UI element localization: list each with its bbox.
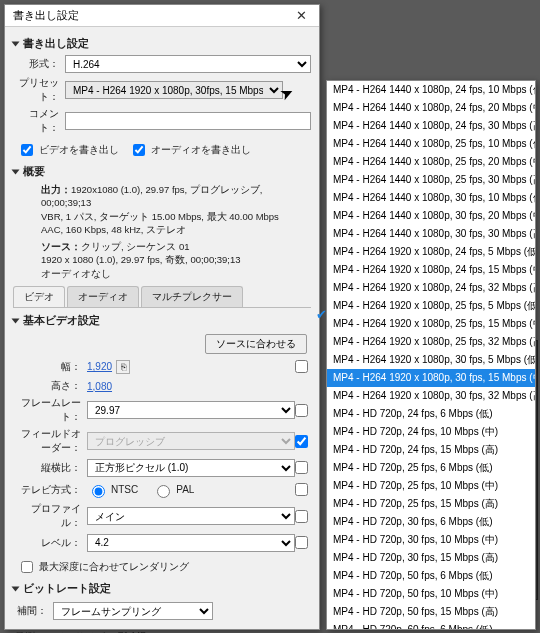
section-label: 概要 [23, 165, 45, 179]
check-icon: ✔ [316, 307, 330, 321]
preset-option[interactable]: MP4 - H264 1920 x 1080p, 25 fps, 32 Mbps… [327, 333, 535, 351]
export-video-checkbox[interactable]: ビデオを書き出し [17, 141, 119, 159]
tv-ntsc-radio[interactable]: NTSC [87, 482, 138, 498]
preset-option[interactable]: MP4 - H264 1920 x 1080p, 24 fps, 5 Mbps … [327, 243, 535, 261]
preset-option[interactable]: MP4 - H264 1920 x 1080p, 24 fps, 32 Mbps… [327, 279, 535, 297]
preset-option[interactable]: MP4 - HD 720p, 50 fps, 6 Mbps (低) [327, 567, 535, 585]
tv-pal-radio[interactable]: PAL [152, 482, 194, 498]
level-label: レベル： [13, 536, 87, 550]
framerate-label: フレームレート： [13, 396, 87, 424]
framerate-select[interactable]: 29.97 [87, 401, 295, 419]
width-label: 幅： [13, 360, 87, 374]
preset-option[interactable]: MP4 - HD 720p, 25 fps, 10 Mbps (中) [327, 477, 535, 495]
preset-option[interactable]: MP4 - H264 1920 x 1080p, 30 fps, 5 Mbps … [327, 351, 535, 369]
close-button[interactable]: ✕ [287, 7, 315, 25]
framerate-lock-checkbox[interactable] [295, 404, 308, 417]
comment-input[interactable] [65, 112, 311, 130]
tv-lock-checkbox[interactable] [295, 483, 308, 496]
preset-option[interactable]: MP4 - HD 720p, 50 fps, 15 Mbps (高) [327, 603, 535, 621]
format-select[interactable]: H.264 [65, 55, 311, 73]
preset-option[interactable]: MP4 - HD 720p, 30 fps, 6 Mbps (低) [327, 513, 535, 531]
chevron-down-icon [12, 319, 20, 324]
preset-option[interactable]: MP4 - H264 1440 x 1080p, 24 fps, 10 Mbps… [327, 81, 535, 99]
comment-label: コメント： [13, 107, 65, 135]
preset-option[interactable]: MP4 - H264 1440 x 1080p, 30 fps, 20 Mbps… [327, 207, 535, 225]
preset-option[interactable]: MP4 - H264 1440 x 1080p, 24 fps, 30 Mbps… [327, 117, 535, 135]
section-basic-video[interactable]: 基本ビデオ設定 [13, 314, 311, 328]
profile-lock-checkbox[interactable] [295, 510, 308, 523]
export-settings-dialog: 書き出し設定 ✕ 書き出し設定 形式： H.264 プリセット： MP4 - H… [4, 4, 320, 630]
level-select[interactable]: 4.2 [87, 534, 295, 552]
preset-label: プリセット： [13, 76, 65, 104]
interp-select[interactable]: フレームサンプリング [53, 602, 213, 620]
chevron-down-icon [12, 170, 20, 175]
match-source-button[interactable]: ソースに合わせる [205, 334, 307, 354]
preset-option[interactable]: MP4 - HD 720p, 24 fps, 15 Mbps (高) [327, 441, 535, 459]
tab-video[interactable]: ビデオ [13, 286, 65, 307]
width-value[interactable]: 1,920 [87, 361, 112, 372]
preset-option[interactable]: MP4 - H264 1440 x 1080p, 25 fps, 20 Mbps… [327, 153, 535, 171]
preset-option[interactable]: MP4 - H264 1440 x 1080p, 25 fps, 30 Mbps… [327, 171, 535, 189]
height-label: 高さ： [13, 379, 87, 393]
width-lock-checkbox[interactable] [295, 360, 308, 373]
aspect-label: 縦横比： [13, 461, 87, 475]
aspect-select[interactable]: 正方形ピクセル (1.0) [87, 459, 295, 477]
fieldorder-lock-checkbox[interactable] [295, 435, 308, 448]
summary-block: 出力：1920x1080 (1.0), 29.97 fps, プログレッシブ, … [13, 183, 311, 280]
preset-option[interactable]: MP4 - HD 720p, 25 fps, 6 Mbps (低) [327, 459, 535, 477]
preset-option[interactable]: MP4 - HD 720p, 50 fps, 10 Mbps (中) [327, 585, 535, 603]
chevron-down-icon [12, 42, 20, 47]
tv-label: テレビ方式： [13, 483, 87, 497]
interp-label: 補間： [13, 604, 53, 618]
level-lock-checkbox[interactable] [295, 536, 308, 549]
tab-audio[interactable]: オーディオ [67, 286, 139, 307]
fieldorder-label: フィールドオーダー： [13, 427, 87, 455]
preset-option[interactable]: MP4 - H264 1920 x 1080p, 25 fps, 15 Mbps… [327, 315, 535, 333]
fieldorder-select: プログレッシブ [87, 432, 295, 450]
preset-option[interactable]: MP4 - HD 720p, 30 fps, 15 Mbps (高) [327, 549, 535, 567]
section-bitrate[interactable]: ビットレート設定 [13, 582, 311, 596]
preset-option[interactable]: MP4 - H264 1920 x 1080p, 30 fps, 15 Mbps… [327, 369, 535, 387]
chevron-down-icon [12, 587, 20, 592]
preset-option[interactable]: MP4 - H264 1440 x 1080p, 25 fps, 10 Mbps… [327, 135, 535, 153]
format-label: 形式： [13, 57, 65, 71]
height-value[interactable]: 1,080 [87, 381, 112, 392]
preset-option[interactable]: MP4 - H264 1920 x 1080p, 25 fps, 5 Mbps … [327, 297, 535, 315]
preset-option[interactable]: MP4 - H264 1920 x 1080p, 30 fps, 32 Mbps… [327, 387, 535, 405]
preset-option[interactable]: MP4 - H264 1440 x 1080p, 30 fps, 10 Mbps… [327, 189, 535, 207]
link-icon[interactable]: ⎘ [116, 360, 130, 374]
preset-option[interactable]: MP4 - HD 720p, 24 fps, 10 Mbps (中) [327, 423, 535, 441]
max-depth-checkbox[interactable]: 最大深度に合わせてレンダリング [17, 558, 311, 576]
preset-option[interactable]: MP4 - HD 720p, 24 fps, 6 Mbps (低) [327, 405, 535, 423]
export-audio-checkbox[interactable]: オーディオを書き出し [129, 141, 251, 159]
preset-option[interactable]: MP4 - HD 720p, 25 fps, 15 Mbps (高) [327, 495, 535, 513]
titlebar: 書き出し設定 ✕ [5, 5, 319, 27]
preset-option[interactable]: MP4 - H264 1440 x 1080p, 24 fps, 20 Mbps… [327, 99, 535, 117]
profile-select[interactable]: メイン [87, 507, 295, 525]
tab-multiplexer[interactable]: マルチプレクサー [141, 286, 243, 307]
preset-option[interactable]: MP4 - H264 1920 x 1080p, 24 fps, 15 Mbps… [327, 261, 535, 279]
preset-select[interactable]: MP4 - H264 1920 x 1080p, 30fps, 15 Mbps … [65, 81, 283, 99]
preset-dropdown[interactable]: MP4 - H264 1440 x 1080p, 24 fps, 10 Mbps… [326, 80, 536, 630]
preset-option[interactable]: MP4 - HD 720p, 30 fps, 10 Mbps (中) [327, 531, 535, 549]
section-export-settings[interactable]: 書き出し設定 [13, 37, 311, 51]
preset-option[interactable]: MP4 - HD 720p, 60 fps, 6 Mbps (低) [327, 621, 535, 630]
section-summary[interactable]: 概要 [13, 165, 311, 179]
dialog-title: 書き出し設定 [13, 8, 287, 23]
section-label: ビットレート設定 [23, 582, 111, 596]
preset-option[interactable]: MP4 - H264 1440 x 1080p, 30 fps, 30 Mbps… [327, 225, 535, 243]
aspect-lock-checkbox[interactable] [295, 461, 308, 474]
tabset: ビデオ オーディオ マルチプレクサー [13, 286, 311, 308]
profile-label: プロファイル： [13, 502, 87, 530]
section-label: 基本ビデオ設定 [23, 314, 100, 328]
section-label: 書き出し設定 [23, 37, 89, 51]
